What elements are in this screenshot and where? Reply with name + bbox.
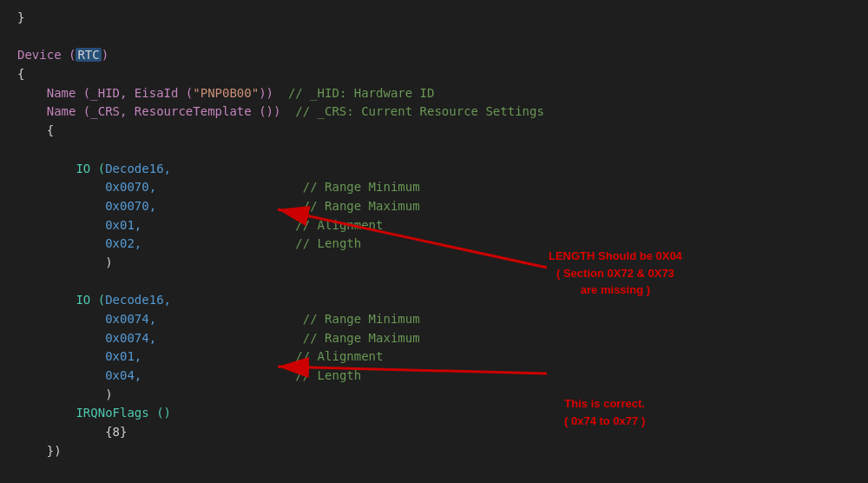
line-open-brace-2: { [17, 122, 851, 141]
line-open-brace-1: { [17, 65, 851, 84]
line-0070-2: 0x0070, // Range Maximum [17, 197, 851, 216]
annotation-correct-text: This is correct.( 0x74 to 0x77 ) [564, 395, 645, 429]
line-0x04: 0x04, // Length [17, 367, 851, 386]
line-irq: IRQNoFlags () [17, 404, 851, 423]
line-0x02: 0x02, // Length [17, 235, 851, 254]
line-blank-2 [17, 141, 851, 160]
line-close-bracket-top: } [17, 9, 851, 28]
line-blank-1 [17, 28, 851, 47]
line-blank-3 [17, 273, 851, 292]
line-name-crs: Name (_CRS, ResourceTemplate ()) // _CRS… [17, 103, 851, 122]
code-block: } Device (RTC) { Name (_HID, EisaId ("PN… [0, 0, 868, 470]
line-close-paren-2: ) [17, 386, 851, 405]
line-0070-1: 0x0070, // Range Minimum [17, 178, 851, 197]
line-0074-2: 0x0074, // Range Maximum [17, 329, 851, 348]
line-io1: IO (Decode16, [17, 160, 851, 179]
line-0x01-2: 0x01, // Alignment [17, 347, 851, 367]
line-device: Device (RTC) [17, 46, 851, 65]
annotation-length-text: LENGTH Should be 0X04( Section 0X72 & 0X… [549, 248, 682, 299]
line-close-paren-1: ) [17, 254, 851, 273]
line-8: {8} [17, 423, 851, 442]
line-0074-1: 0x0074, // Range Minimum [17, 310, 851, 329]
line-close-all: }) [17, 442, 851, 461]
line-name-hid: Name (_HID, EisaId ("PNP0B00")) // _HID:… [17, 84, 851, 103]
line-io2: IO (Decode16, [17, 291, 851, 310]
line-0x01-1: 0x01, // Alignment [17, 216, 851, 235]
